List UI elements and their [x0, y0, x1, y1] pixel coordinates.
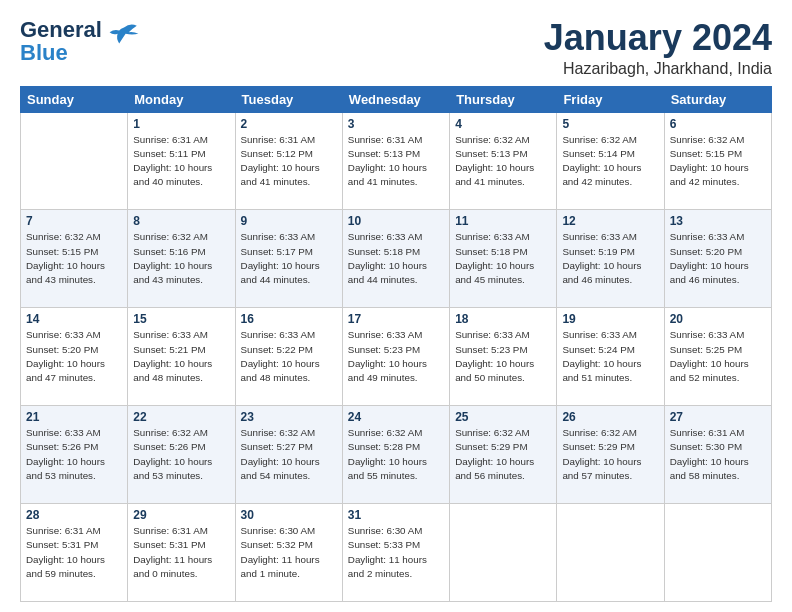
- day-cell: 4Sunrise: 6:32 AM Sunset: 5:13 PM Daylig…: [450, 112, 557, 210]
- day-info: Sunrise: 6:33 AM Sunset: 5:23 PM Dayligh…: [455, 328, 551, 385]
- day-number: 10: [348, 214, 444, 228]
- day-number: 28: [26, 508, 122, 522]
- day-cell: 6Sunrise: 6:32 AM Sunset: 5:15 PM Daylig…: [664, 112, 771, 210]
- day-cell: 11Sunrise: 6:33 AM Sunset: 5:18 PM Dayli…: [450, 210, 557, 308]
- day-info: Sunrise: 6:33 AM Sunset: 5:22 PM Dayligh…: [241, 328, 337, 385]
- day-number: 29: [133, 508, 229, 522]
- day-info: Sunrise: 6:33 AM Sunset: 5:21 PM Dayligh…: [133, 328, 229, 385]
- day-cell: [21, 112, 128, 210]
- day-cell: 15Sunrise: 6:33 AM Sunset: 5:21 PM Dayli…: [128, 308, 235, 406]
- day-number: 4: [455, 117, 551, 131]
- day-number: 20: [670, 312, 766, 326]
- header-row: SundayMondayTuesdayWednesdayThursdayFrid…: [21, 86, 772, 112]
- day-cell: 24Sunrise: 6:32 AM Sunset: 5:28 PM Dayli…: [342, 406, 449, 504]
- col-header-friday: Friday: [557, 86, 664, 112]
- day-cell: 14Sunrise: 6:33 AM Sunset: 5:20 PM Dayli…: [21, 308, 128, 406]
- day-cell: 20Sunrise: 6:33 AM Sunset: 5:25 PM Dayli…: [664, 308, 771, 406]
- day-info: Sunrise: 6:32 AM Sunset: 5:29 PM Dayligh…: [562, 426, 658, 483]
- day-cell: 23Sunrise: 6:32 AM Sunset: 5:27 PM Dayli…: [235, 406, 342, 504]
- month-title: January 2024: [544, 18, 772, 58]
- day-info: Sunrise: 6:33 AM Sunset: 5:24 PM Dayligh…: [562, 328, 658, 385]
- day-cell: 8Sunrise: 6:32 AM Sunset: 5:16 PM Daylig…: [128, 210, 235, 308]
- day-info: Sunrise: 6:33 AM Sunset: 5:23 PM Dayligh…: [348, 328, 444, 385]
- day-cell: 29Sunrise: 6:31 AM Sunset: 5:31 PM Dayli…: [128, 504, 235, 602]
- day-cell: 25Sunrise: 6:32 AM Sunset: 5:29 PM Dayli…: [450, 406, 557, 504]
- week-row-5: 28Sunrise: 6:31 AM Sunset: 5:31 PM Dayli…: [21, 504, 772, 602]
- day-info: Sunrise: 6:30 AM Sunset: 5:32 PM Dayligh…: [241, 524, 337, 581]
- day-number: 16: [241, 312, 337, 326]
- day-info: Sunrise: 6:31 AM Sunset: 5:31 PM Dayligh…: [26, 524, 122, 581]
- day-info: Sunrise: 6:32 AM Sunset: 5:16 PM Dayligh…: [133, 230, 229, 287]
- day-info: Sunrise: 6:32 AM Sunset: 5:15 PM Dayligh…: [26, 230, 122, 287]
- day-info: Sunrise: 6:31 AM Sunset: 5:31 PM Dayligh…: [133, 524, 229, 581]
- day-cell: 1Sunrise: 6:31 AM Sunset: 5:11 PM Daylig…: [128, 112, 235, 210]
- day-cell: 2Sunrise: 6:31 AM Sunset: 5:12 PM Daylig…: [235, 112, 342, 210]
- col-header-monday: Monday: [128, 86, 235, 112]
- day-number: 19: [562, 312, 658, 326]
- day-cell: 3Sunrise: 6:31 AM Sunset: 5:13 PM Daylig…: [342, 112, 449, 210]
- day-cell: 9Sunrise: 6:33 AM Sunset: 5:17 PM Daylig…: [235, 210, 342, 308]
- day-cell: 5Sunrise: 6:32 AM Sunset: 5:14 PM Daylig…: [557, 112, 664, 210]
- day-number: 5: [562, 117, 658, 131]
- day-number: 26: [562, 410, 658, 424]
- day-number: 17: [348, 312, 444, 326]
- title-block: January 2024 Hazaribagh, Jharkhand, Indi…: [544, 18, 772, 78]
- day-cell: [664, 504, 771, 602]
- day-cell: 13Sunrise: 6:33 AM Sunset: 5:20 PM Dayli…: [664, 210, 771, 308]
- day-info: Sunrise: 6:32 AM Sunset: 5:15 PM Dayligh…: [670, 133, 766, 190]
- week-row-2: 7Sunrise: 6:32 AM Sunset: 5:15 PM Daylig…: [21, 210, 772, 308]
- day-info: Sunrise: 6:32 AM Sunset: 5:27 PM Dayligh…: [241, 426, 337, 483]
- day-number: 12: [562, 214, 658, 228]
- day-cell: 18Sunrise: 6:33 AM Sunset: 5:23 PM Dayli…: [450, 308, 557, 406]
- day-cell: [557, 504, 664, 602]
- day-info: Sunrise: 6:33 AM Sunset: 5:26 PM Dayligh…: [26, 426, 122, 483]
- col-header-tuesday: Tuesday: [235, 86, 342, 112]
- day-number: 31: [348, 508, 444, 522]
- day-cell: 7Sunrise: 6:32 AM Sunset: 5:15 PM Daylig…: [21, 210, 128, 308]
- calendar-body: 1Sunrise: 6:31 AM Sunset: 5:11 PM Daylig…: [21, 112, 772, 601]
- day-number: 18: [455, 312, 551, 326]
- day-number: 25: [455, 410, 551, 424]
- day-cell: 26Sunrise: 6:32 AM Sunset: 5:29 PM Dayli…: [557, 406, 664, 504]
- day-info: Sunrise: 6:33 AM Sunset: 5:18 PM Dayligh…: [348, 230, 444, 287]
- day-info: Sunrise: 6:33 AM Sunset: 5:19 PM Dayligh…: [562, 230, 658, 287]
- page: General Blue January 2024 Hazaribagh, Jh…: [0, 0, 792, 612]
- day-cell: 27Sunrise: 6:31 AM Sunset: 5:30 PM Dayli…: [664, 406, 771, 504]
- logo-bird-icon: [108, 21, 140, 53]
- day-info: Sunrise: 6:33 AM Sunset: 5:20 PM Dayligh…: [670, 230, 766, 287]
- day-number: 11: [455, 214, 551, 228]
- day-number: 2: [241, 117, 337, 131]
- day-number: 22: [133, 410, 229, 424]
- day-info: Sunrise: 6:33 AM Sunset: 5:25 PM Dayligh…: [670, 328, 766, 385]
- day-number: 23: [241, 410, 337, 424]
- day-number: 14: [26, 312, 122, 326]
- day-number: 30: [241, 508, 337, 522]
- day-number: 1: [133, 117, 229, 131]
- col-header-thursday: Thursday: [450, 86, 557, 112]
- day-cell: [450, 504, 557, 602]
- day-info: Sunrise: 6:31 AM Sunset: 5:30 PM Dayligh…: [670, 426, 766, 483]
- day-cell: 12Sunrise: 6:33 AM Sunset: 5:19 PM Dayli…: [557, 210, 664, 308]
- calendar-table: SundayMondayTuesdayWednesdayThursdayFrid…: [20, 86, 772, 602]
- col-header-saturday: Saturday: [664, 86, 771, 112]
- day-cell: 10Sunrise: 6:33 AM Sunset: 5:18 PM Dayli…: [342, 210, 449, 308]
- day-number: 9: [241, 214, 337, 228]
- day-info: Sunrise: 6:32 AM Sunset: 5:14 PM Dayligh…: [562, 133, 658, 190]
- day-number: 7: [26, 214, 122, 228]
- day-cell: 17Sunrise: 6:33 AM Sunset: 5:23 PM Dayli…: [342, 308, 449, 406]
- day-cell: 19Sunrise: 6:33 AM Sunset: 5:24 PM Dayli…: [557, 308, 664, 406]
- day-info: Sunrise: 6:33 AM Sunset: 5:18 PM Dayligh…: [455, 230, 551, 287]
- col-header-sunday: Sunday: [21, 86, 128, 112]
- col-header-wednesday: Wednesday: [342, 86, 449, 112]
- day-cell: 22Sunrise: 6:32 AM Sunset: 5:26 PM Dayli…: [128, 406, 235, 504]
- day-number: 24: [348, 410, 444, 424]
- day-number: 8: [133, 214, 229, 228]
- day-info: Sunrise: 6:30 AM Sunset: 5:33 PM Dayligh…: [348, 524, 444, 581]
- day-info: Sunrise: 6:32 AM Sunset: 5:13 PM Dayligh…: [455, 133, 551, 190]
- day-number: 3: [348, 117, 444, 131]
- day-cell: 21Sunrise: 6:33 AM Sunset: 5:26 PM Dayli…: [21, 406, 128, 504]
- week-row-3: 14Sunrise: 6:33 AM Sunset: 5:20 PM Dayli…: [21, 308, 772, 406]
- location: Hazaribagh, Jharkhand, India: [544, 60, 772, 78]
- logo-general: General: [20, 18, 102, 41]
- logo-blue: Blue: [20, 41, 102, 64]
